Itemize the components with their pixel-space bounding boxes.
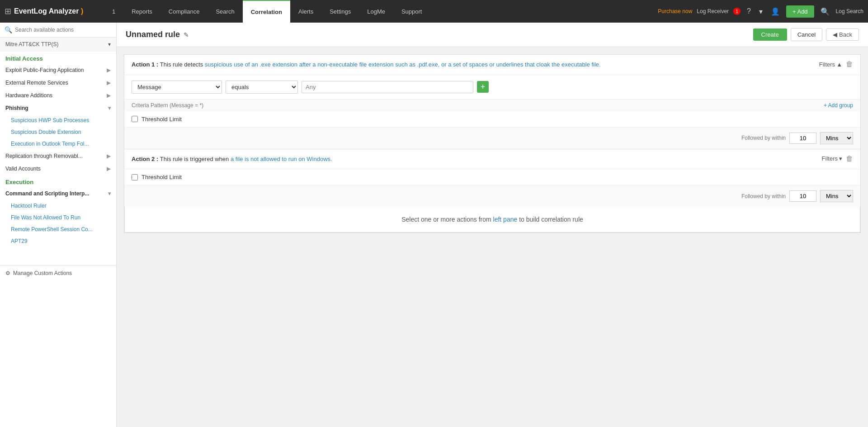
action-1-desc-highlight: suspicious use of an .exe extension afte… (205, 61, 601, 68)
action-1-followed-unit-select[interactable]: Mins Hours Secs (820, 132, 853, 144)
notification-badge[interactable]: 1 (733, 8, 741, 15)
arrow-icon: ▶ (107, 153, 111, 159)
action-2-threshold-row: Threshold Limit (124, 169, 860, 185)
action-1-threshold-label: Threshold Limit (142, 116, 182, 123)
sidebar-item-label: Exploit Public-Facing Application (5, 67, 84, 73)
sidebar-item-label: External Remote Services (5, 80, 68, 86)
sidebar-item-valid-accounts[interactable]: Valid Accounts ▶ (0, 162, 116, 175)
filters-label: Filters (819, 61, 835, 68)
sub-item-apt29[interactable]: APT29 (0, 235, 116, 247)
sidebar-item-label: Phishing (5, 105, 28, 111)
action-2-followed-input[interactable] (789, 190, 816, 202)
action-2-label: Action 2 : (132, 156, 160, 162)
section-title-initial-access: Initial Access (0, 52, 116, 64)
sidebar-search-bar[interactable]: 🔍 (0, 23, 116, 38)
action-2-delete-icon[interactable]: 🗑 (846, 155, 853, 163)
purchase-now-button[interactable]: Purchase now (658, 8, 692, 14)
sidebar: 🔍 Mitre ATT&CK TTP(S) ▾ Initial Access E… (0, 23, 117, 427)
nav-logme[interactable]: LogMe (359, 0, 393, 23)
action-1-followed-label: Followed by within (741, 135, 786, 141)
dropdown-icon[interactable]: ▾ (757, 7, 764, 16)
sidebar-item-hardware-additions[interactable]: Hardware Additions ▶ (0, 89, 116, 102)
sub-item-file-not-allowed[interactable]: File Was Not Allowed To Run (0, 212, 116, 223)
sidebar-item-command-scripting[interactable]: Command and Scripting Interp... ▾ (0, 187, 116, 200)
sidebar-item-replication[interactable]: Replication through Removabl... ▶ (0, 150, 116, 162)
action-1-label: Action 1 : (132, 61, 160, 68)
arrow-icon: ▶ (107, 92, 111, 99)
action-1-title: Action 1 : This rule detects suspicious … (132, 60, 601, 69)
edit-rule-name-icon[interactable]: ✎ (184, 31, 189, 38)
sub-item-suspicious-double[interactable]: Suspicious Double Extension (0, 126, 116, 138)
nav-support[interactable]: Support (393, 0, 430, 23)
sidebar-search-icon: 🔍 (5, 26, 12, 33)
action-2-followed-unit-select[interactable]: Mins Hours Secs (820, 190, 853, 202)
action-1-followed-input[interactable] (789, 133, 816, 144)
search-icon[interactable]: 🔍 (819, 7, 831, 16)
action-1-filters-button[interactable]: Filters ▲ (819, 61, 842, 68)
left-pane-link: left pane (493, 216, 518, 223)
nav-compliance[interactable]: Compliance (160, 0, 208, 23)
sidebar-item-label: Replication through Removabl... (5, 153, 83, 159)
back-label: Back (839, 31, 852, 38)
action-2-filters-button[interactable]: Filters ▾ (822, 155, 842, 162)
sidebar-item-phishing[interactable]: Phishing ▾ (0, 102, 116, 114)
manage-custom-actions-label: Manage Custom Actions (13, 270, 72, 276)
mitre-dropdown[interactable]: Mitre ATT&CK TTP(S) ▾ (0, 38, 116, 52)
logo-arc: ) (79, 7, 83, 15)
action-1-field-select[interactable]: Message (132, 81, 222, 94)
nav-settings[interactable]: Settings (321, 0, 359, 23)
content-header: Unnamed rule ✎ Create Cancel ◀ Back (117, 23, 868, 47)
action-block-1: Action 1 : This rule detects suspicious … (124, 54, 861, 149)
action-1-delete-icon[interactable]: 🗑 (846, 60, 853, 68)
action-1-operator-select[interactable]: equals (226, 81, 298, 94)
sub-item-execution-outlook[interactable]: Execution in Outlook Temp Fol... (0, 138, 116, 150)
nav-alerts[interactable]: Alerts (290, 0, 321, 23)
user-icon[interactable]: 👤 (769, 7, 782, 16)
action-1-threshold-checkbox[interactable] (132, 116, 138, 122)
action-1-criteria-pattern: Criteria Pattern (Message = *) (132, 102, 203, 109)
manage-custom-actions[interactable]: ⚙ Manage Custom Actions (0, 265, 116, 281)
action-1-followed-row: Followed by within Mins Hours Secs (124, 127, 860, 149)
action-2-controls: Filters ▾ 🗑 (822, 155, 853, 163)
sidebar-search-input[interactable] (15, 27, 112, 33)
select-actions-message: Select one or more actions from left pan… (124, 207, 860, 232)
section-title-execution: Execution (0, 175, 116, 187)
action-1-value-input[interactable] (302, 81, 473, 93)
cancel-button[interactable]: Cancel (791, 28, 822, 41)
grid-icon[interactable]: ⊞ (5, 6, 11, 16)
sub-item-remote-powershell[interactable]: Remote PowerShell Session Co... (0, 223, 116, 235)
log-receiver-link[interactable]: Log Receiver (697, 8, 729, 14)
action-1-add-filter-button[interactable]: + (477, 81, 489, 93)
sub-item-hacktool[interactable]: Hacktool Ruler (0, 200, 116, 212)
filters-chevron-icon: ▾ (839, 155, 842, 162)
add-button[interactable]: + Add (786, 5, 814, 18)
help-icon[interactable]: ? (745, 7, 753, 15)
log-search-button[interactable]: Log Search (836, 8, 863, 14)
arrow-expand-icon: ▾ (108, 105, 111, 111)
header-action-buttons: Create Cancel ◀ Back (753, 28, 859, 41)
nav-correlation[interactable]: Correlation (243, 0, 290, 23)
app-logo: EventLog Analyzer ) (14, 7, 83, 15)
action-2-followed-row: Followed by within Mins Hours Secs (124, 185, 860, 207)
action-2-title: Action 2 : This rule is triggered when a… (132, 155, 332, 164)
sidebar-item-external-remote[interactable]: External Remote Services ▶ (0, 76, 116, 89)
arrow-icon: ▶ (107, 80, 111, 86)
action-2-threshold-checkbox[interactable] (132, 174, 138, 180)
sidebar-item-label: Command and Scripting Interp... (5, 190, 89, 197)
sub-item-suspicious-hwp[interactable]: Suspicious HWP Sub Processes (0, 114, 116, 126)
back-button[interactable]: ◀ Back (826, 28, 859, 41)
nav-reports[interactable]: Reports (123, 0, 160, 23)
create-button[interactable]: Create (753, 28, 787, 41)
action-2-header: Action 2 : This rule is triggered when a… (124, 149, 860, 170)
nav-dashboard[interactable]: 1 (104, 0, 123, 23)
sidebar-item-exploit-public[interactable]: Exploit Public-Facing Application ▶ (0, 64, 116, 76)
nav-search[interactable]: Search (208, 0, 242, 23)
back-arrow-icon: ◀ (833, 31, 837, 38)
main-content: Unnamed rule ✎ Create Cancel ◀ Back Acti… (117, 23, 868, 427)
action-1-desc-normal: This rule detects (160, 61, 205, 68)
action-2-followed-label: Followed by within (741, 193, 786, 199)
sidebar-item-label: Valid Accounts (5, 166, 41, 172)
arrow-icon: ▶ (107, 166, 111, 172)
action-1-add-group-button[interactable]: + Add group (824, 102, 853, 109)
action-1-criteria-row: Criteria Pattern (Message = *) + Add gro… (124, 99, 860, 111)
